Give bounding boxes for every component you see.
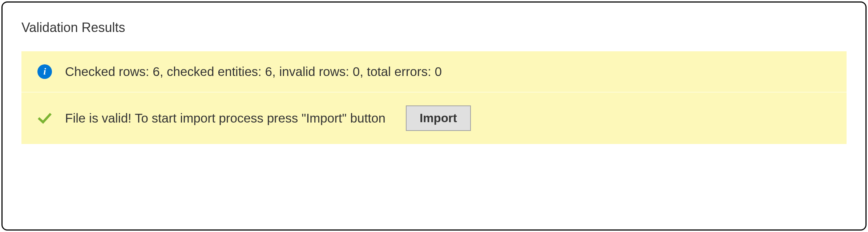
info-icon: i [37,64,52,79]
info-message: i Checked rows: 6, checked entities: 6, … [21,51,847,92]
check-icon [37,111,52,125]
import-button[interactable]: Import [406,105,471,131]
success-message: File is valid! To start import process p… [21,92,847,144]
success-message-text: File is valid! To start import process p… [65,111,385,125]
panel-title: Validation Results [21,20,847,35]
info-message-text: Checked rows: 6, checked entities: 6, in… [65,64,442,79]
validation-results-panel: Validation Results i Checked rows: 6, ch… [1,1,867,231]
